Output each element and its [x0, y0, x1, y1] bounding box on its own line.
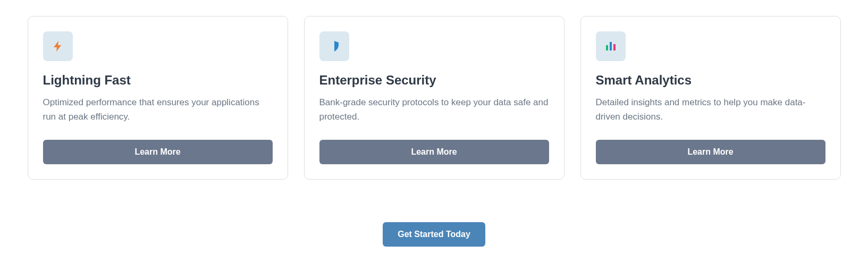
get-started-button[interactable]: Get Started Today [383, 222, 485, 247]
card-description: Bank-grade security protocols to keep yo… [319, 95, 549, 124]
card-title: Lightning Fast [43, 73, 273, 88]
feature-card-security: Enterprise Security Bank-grade security … [304, 16, 564, 180]
svg-rect-2 [613, 44, 616, 50]
shield-icon-box [319, 31, 349, 61]
lightning-icon-box [43, 31, 73, 61]
learn-more-button[interactable]: Learn More [43, 140, 273, 164]
shield-icon [328, 40, 341, 53]
cta-container: Get Started Today [6, 222, 862, 247]
chart-icon-box [596, 31, 626, 61]
card-description: Optimized performance that ensures your … [43, 95, 273, 124]
lightning-icon [52, 40, 64, 53]
card-description: Detailed insights and metrics to help yo… [596, 95, 825, 124]
svg-rect-1 [610, 42, 612, 50]
feature-card-lightning: Lightning Fast Optimized performance tha… [28, 16, 288, 180]
chart-icon [604, 40, 617, 53]
card-title: Enterprise Security [319, 73, 549, 88]
learn-more-button[interactable]: Learn More [319, 140, 549, 164]
feature-card-analytics: Smart Analytics Detailed insights and me… [580, 16, 841, 180]
svg-rect-0 [606, 45, 608, 50]
feature-cards-row: Lightning Fast Optimized performance tha… [6, 16, 862, 180]
card-title: Smart Analytics [596, 73, 825, 88]
learn-more-button[interactable]: Learn More [596, 140, 825, 164]
